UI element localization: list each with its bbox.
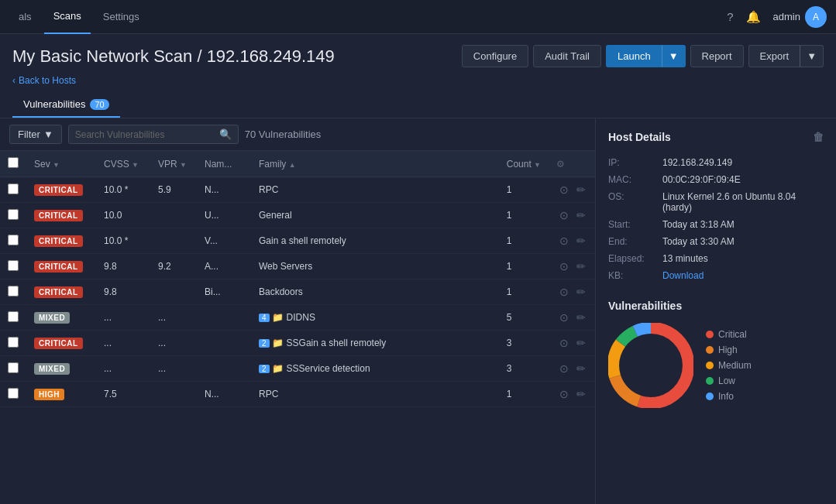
- chart-area: Critical High Medium Low Info: [608, 323, 824, 408]
- row-checkbox[interactable]: [8, 183, 19, 194]
- row-checkbox[interactable]: [8, 311, 19, 322]
- th-cvss[interactable]: CVSS ▼: [96, 151, 150, 177]
- row-status-icon[interactable]: ⊙: [556, 310, 572, 325]
- th-family[interactable]: Family ▲: [251, 151, 499, 177]
- detail-row: IP: 192.168.249.149: [608, 154, 824, 171]
- row-checkbox-cell: [0, 177, 26, 203]
- row-name: N...: [197, 177, 251, 203]
- legend-label: High: [718, 345, 738, 355]
- row-status-icon[interactable]: ⊙: [556, 386, 572, 402]
- row-checkbox[interactable]: [8, 388, 19, 399]
- search-input[interactable]: [75, 129, 219, 140]
- row-edit-icon[interactable]: ✏: [573, 233, 589, 249]
- donut-svg: [608, 323, 693, 408]
- row-checkbox[interactable]: [8, 209, 19, 220]
- row-cvss: 10.0: [96, 203, 150, 228]
- th-count[interactable]: Count ▼: [499, 151, 549, 177]
- detail-value: 00:0C:29:0F:09:4E: [662, 174, 741, 185]
- row-vpr: [150, 203, 197, 228]
- nav-item-scans[interactable]: Scans: [44, 0, 91, 34]
- row-cvss: 7.5: [96, 382, 150, 407]
- row-checkbox[interactable]: [8, 362, 19, 373]
- gear-icon[interactable]: ⚙: [556, 159, 565, 170]
- configure-button[interactable]: Configure: [462, 45, 528, 67]
- th-sev[interactable]: Sev ▼: [26, 151, 96, 177]
- row-name: [197, 331, 251, 356]
- launch-button[interactable]: Launch: [606, 45, 662, 67]
- tab-vulnerabilities[interactable]: Vulnerabilities 70: [12, 92, 120, 118]
- search-box: 🔍: [68, 125, 239, 144]
- vpr-sort-icon: ▼: [180, 161, 187, 169]
- legend-item: Info: [706, 391, 752, 402]
- row-edit-icon[interactable]: ✏: [573, 207, 589, 223]
- filter-button[interactable]: Filter ▼: [9, 125, 62, 144]
- search-icon[interactable]: 🔍: [219, 129, 232, 140]
- detail-label: MAC:: [608, 171, 662, 188]
- detail-row: Start: Today at 3:18 AM: [608, 216, 824, 233]
- row-checkbox-cell: [0, 228, 26, 254]
- sev-badge: CRITICAL: [34, 338, 83, 349]
- host-details-label: Host Details: [608, 131, 671, 143]
- export-dropdown-button[interactable]: ▼: [800, 45, 824, 67]
- select-all-checkbox[interactable]: [8, 157, 19, 168]
- nav-item-als[interactable]: als: [9, 0, 41, 34]
- bell-icon[interactable]: 🔔: [746, 10, 761, 24]
- row-sev: MIXED: [26, 356, 96, 382]
- row-checkbox[interactable]: [8, 260, 19, 271]
- row-family: General: [251, 203, 499, 228]
- row-actions: ⊙ ✏: [549, 203, 595, 228]
- kb-download-link[interactable]: Download: [662, 270, 704, 281]
- row-checkbox[interactable]: [8, 337, 19, 348]
- row-checkbox[interactable]: [8, 235, 19, 245]
- user-menu[interactable]: admin A: [773, 6, 827, 28]
- audit-trail-button[interactable]: Audit Trail: [533, 45, 601, 67]
- row-name: V...: [197, 228, 251, 254]
- row-vpr: 5.9: [150, 177, 197, 203]
- vuln-count: 70 Vulnerabilities: [245, 129, 322, 140]
- row-checkbox[interactable]: [8, 286, 19, 297]
- row-edit-icon[interactable]: ✏: [573, 335, 589, 351]
- row-edit-icon[interactable]: ✏: [573, 310, 589, 325]
- row-family: 2 📁 SSService detection: [251, 356, 499, 382]
- th-vpr[interactable]: VPR ▼: [150, 151, 197, 177]
- row-edit-icon[interactable]: ✏: [573, 182, 589, 197]
- launch-dropdown-button[interactable]: ▼: [662, 45, 686, 67]
- detail-label: OS:: [608, 188, 662, 216]
- row-status-icon[interactable]: ⊙: [556, 335, 572, 351]
- legend-dot: [706, 377, 714, 385]
- sev-badge: CRITICAL: [34, 261, 83, 273]
- row-edit-icon[interactable]: ✏: [573, 386, 589, 402]
- row-status-icon[interactable]: ⊙: [556, 233, 572, 249]
- th-checkbox: [0, 151, 26, 177]
- back-to-hosts-link[interactable]: ‹ Back to Hosts: [12, 75, 824, 86]
- topnav: als Scans Settings ? 🔔 admin A: [0, 0, 836, 34]
- th-name[interactable]: Nam...: [197, 151, 251, 177]
- legend-item: Low: [706, 375, 752, 386]
- filter-chevron-icon: ▼: [43, 129, 53, 140]
- row-family: Gain a shell remotely: [251, 228, 499, 254]
- row-cvss: 10.0 *: [96, 228, 150, 254]
- sev-sort-icon: ▼: [53, 161, 60, 169]
- export-button[interactable]: Export: [748, 45, 800, 67]
- row-sev: CRITICAL: [26, 228, 96, 254]
- row-edit-icon[interactable]: ✏: [573, 284, 589, 300]
- report-button[interactable]: Report: [690, 45, 744, 67]
- detail-label: KB:: [608, 267, 662, 284]
- row-status-icon[interactable]: ⊙: [556, 361, 572, 376]
- row-status-icon[interactable]: ⊙: [556, 284, 572, 300]
- nav-item-settings[interactable]: Settings: [94, 0, 149, 34]
- legend-label: Info: [718, 391, 734, 402]
- main-content: Filter ▼ 🔍 70 Vulnerabilities: [0, 118, 836, 504]
- row-edit-icon[interactable]: ✏: [573, 361, 589, 376]
- row-count: 1: [499, 279, 549, 305]
- table-row: CRITICAL 10.0 * 5.9 N... RPC 1 ⊙ ✏: [0, 177, 595, 203]
- row-status-icon[interactable]: ⊙: [556, 207, 572, 223]
- trash-icon[interactable]: 🗑: [813, 131, 824, 143]
- row-checkbox-cell: [0, 382, 26, 407]
- table-row: MIXED ... ... 4 📁 DIDNS 5 ⊙ ✏: [0, 305, 595, 331]
- help-icon[interactable]: ?: [727, 10, 733, 23]
- row-edit-icon[interactable]: ✏: [573, 259, 589, 274]
- row-status-icon[interactable]: ⊙: [556, 182, 572, 197]
- sev-badge: MIXED: [34, 312, 70, 324]
- row-status-icon[interactable]: ⊙: [556, 259, 572, 274]
